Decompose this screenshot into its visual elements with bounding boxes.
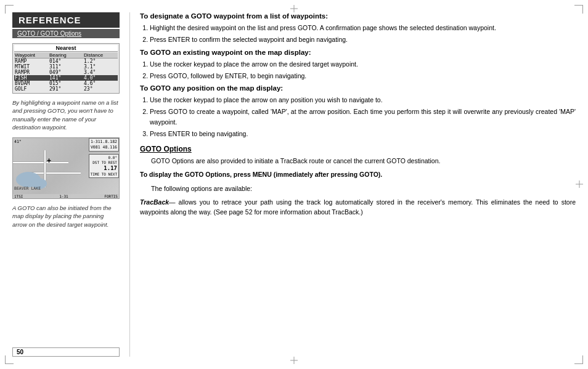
subtitle-text: GOTO / GOTO Options [17,30,81,37]
nearest-row-4: BVDAM 015° 4.6° [14,81,118,86]
map-speed: 0.0° [91,155,117,160]
page-number: 50 [12,347,120,357]
tracback-text: allows you to retrace your path using th… [140,198,576,216]
nearest-row-3-highlight: FISH 141° 4.0° [14,75,118,81]
center-mark-top [289,5,299,12]
row3-name: FISH [14,75,49,81]
map-road-h2 [31,172,81,174]
map-bottom-2: 1-31 [59,194,68,198]
main-content: To designate a GOTO waypoint from a list… [129,12,576,357]
tracback-label: TracBack [140,198,169,206]
goto-options-intro: GOTO Options are also provided to initia… [151,156,576,166]
corner-mark-tr [574,5,583,14]
section-existing-list: Use the rocker keypad to place the arrow… [150,59,576,81]
map-bottom-1: 1TSI [14,194,23,198]
nearest-table-header: Waypoint Bearing Distance [14,52,118,59]
row3-bearing: 141° [49,75,83,81]
nearest-row-5: GOLF 291° 23° [14,86,118,92]
map-location-label: BEAVER LAKE [14,186,41,191]
col-bearing: Bearing [49,52,83,58]
section-anypos-item-2: Press ENTER to being navigating. [150,129,576,139]
row0-bearing: 014° [49,59,83,64]
page-number-container: 50 [12,343,120,357]
row0-distance: 1.2° [83,59,118,64]
section-existing-item-1: Press GOTO, followed by ENTER, to begin … [150,71,576,81]
nearest-row-0: RAMP 014° 1.2° [14,59,118,64]
row0-name: RAMP [14,59,49,64]
subtitle-bar: GOTO / GOTO Options [12,29,120,38]
section-anypos-item-1: Press GOTO to create a waypoint, called … [150,107,576,127]
map-road-h1 [13,161,68,164]
center-mark-bottom [289,357,299,364]
corner-mark-br [574,355,583,364]
map-screenshot: + 1-311.8.182 V081 48.116 0.0° DST TO RE… [12,137,120,199]
section-anypos-list: Use the rocker keypad to place the arrow… [150,95,576,139]
section-designate-title: To designate a GOTO waypoint from a list… [140,12,576,20]
map-data-overlay-right: 0.0° DST TO REST 1.17 TIME TO NEXT [89,154,119,178]
section-designate-item-0: Highlight the desired waypoint on the li… [150,23,576,33]
caption2: A GOTO can also be initiated from the ma… [12,204,120,229]
row4-distance: 4.6° [83,81,118,86]
section-existing-item-0: Use the rocker keypad to place the arrow… [150,59,576,69]
tracback-emdash: — [169,198,176,206]
map-bottom-3: FORTIS [104,194,118,198]
goto-options-following: The following options are available: [151,184,576,193]
map-coord1: 1-311.8.182 [91,139,117,145]
row2-name: RAMPR [14,70,49,75]
row2-bearing: 049° [49,70,83,75]
row5-bearing: 291° [49,86,83,92]
map-bottom-bar: 1TSI 1-31 FORTIS [13,194,119,198]
col-waypoint: Waypoint [14,52,49,58]
map-data-overlay-top: 1-311.8.182 V081 48.116 [89,138,119,152]
caption1: By highlighting a waypoint name on a lis… [12,99,120,131]
goto-options-title: GOTO Options [140,145,576,153]
row5-distance: 23° [83,86,118,92]
nearest-table: Nearest Waypoint Bearing Distance RAMP 0… [12,43,120,94]
page-container: REFERENCE GOTO / GOTO Options Nearest Wa… [12,12,576,357]
map-time-label: TIME TO NEXT [91,172,117,177]
map-dst-label: DST TO REST [91,160,117,165]
map-dst-value: 1.17 [91,165,117,172]
map-top-left-label: 41° [14,139,22,144]
nearest-row-1: MTWIT 311° 3.1° [14,64,118,70]
row1-name: MTWIT [14,64,49,70]
row1-bearing: 311° [49,64,83,70]
map-panning-arrow: + [47,156,51,165]
goto-options-display-instruction: To display the GOTO Options, press MENU … [140,169,576,179]
row3-distance: 4.0° [83,75,118,81]
row4-bearing: 015° [49,81,83,86]
corner-mark-bl [5,355,14,364]
section-designate-list: Highlight the desired waypoint on the li… [150,23,576,45]
row2-distance: 3.4° [83,70,118,75]
col-distance: Distance [83,52,118,58]
nearest-row-2: RAMPR 049° 3.4° [14,70,118,75]
reference-header: REFERENCE [12,12,120,28]
row4-name: BVDAM [14,81,49,86]
center-mark-right [576,179,583,190]
nearest-table-title: Nearest [14,45,118,52]
row5-name: GOLF [14,86,49,92]
section-designate-item-1: Press ENTER to confirm the selected wayp… [150,34,576,44]
section-anypos-title: To GOTO any position on the map display: [140,84,576,92]
section-existing-title: To GOTO an existing waypoint on the map … [140,49,576,56]
goto-options-tracback: TracBack— allows you to retrace your pat… [140,197,576,217]
sidebar: REFERENCE GOTO / GOTO Options Nearest Wa… [12,12,129,357]
map-coord2: V081 48.116 [91,145,117,150]
goto-options-display-strong: To display the GOTO Options, press MENU … [140,171,382,178]
row1-distance: 3.1° [83,64,118,70]
section-anypos-item-0: Use the rocker keypad to place the arrow… [150,95,576,105]
